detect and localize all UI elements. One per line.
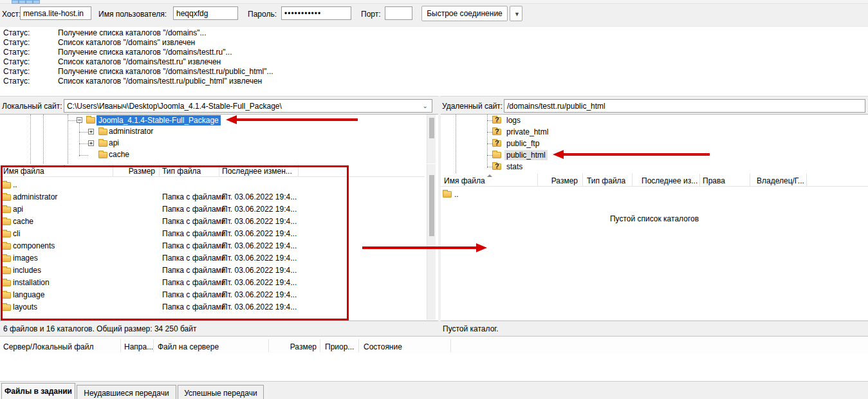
column-divider[interactable] <box>632 174 633 186</box>
file-row[interactable]: componentsПапка с файламиПт. 03.06.2022 … <box>0 240 425 252</box>
file-name: components <box>13 241 55 250</box>
column-divider[interactable] <box>358 339 359 352</box>
remote-status-bar: Пустой каталог. <box>441 320 868 337</box>
tree-item-label[interactable]: Joomla_4.1.4-Stable-Full_Package <box>97 115 221 125</box>
status-label: Статус: <box>3 48 30 57</box>
tree-item-label[interactable]: private_html <box>504 127 550 137</box>
tree-item-label[interactable]: public_ftp <box>504 138 541 149</box>
queue-header-status[interactable]: Состояние <box>364 342 402 351</box>
tree-item-label[interactable]: cache <box>109 150 129 159</box>
column-header-size[interactable]: Размер <box>535 176 578 185</box>
local-list-scrollbar[interactable] <box>427 164 436 320</box>
tab-successful-transfers[interactable]: Успешные передачи <box>178 385 264 399</box>
port-input[interactable] <box>385 6 412 20</box>
status-log-row: Статус:Список каталогов "/domains" извле… <box>0 38 868 48</box>
file-modified: Пт. 03.06.2022 19:4... <box>222 278 297 287</box>
file-modified: Пт. 03.06.2022 19:4... <box>222 241 297 250</box>
status-message: Список каталогов "/domains" извлечен <box>58 38 195 47</box>
file-name: .. <box>13 180 17 189</box>
queue-header-direction[interactable]: Напра... <box>124 342 153 351</box>
empty-directory-message: Пустой список каталогов <box>441 214 868 223</box>
status-label: Статус: <box>3 28 30 37</box>
scrollbar-thumb[interactable] <box>429 118 434 138</box>
column-divider[interactable] <box>582 174 583 186</box>
local-site-combobox[interactable]: C:\Users\Иваныч\Desktop\Joomla_4.1.4-Sta… <box>64 99 432 113</box>
file-name: administrator <box>13 192 57 201</box>
column-header-type[interactable]: Тип файла <box>587 176 625 185</box>
file-row[interactable]: administratorПапка с файламиПт. 03.06.20… <box>0 191 425 203</box>
tree-guide-line <box>79 155 88 156</box>
chevron-down-icon[interactable]: ⌄ <box>423 102 428 109</box>
remote-site-label: Удаленный сайт: <box>442 102 503 111</box>
column-divider[interactable] <box>120 339 121 352</box>
column-header-name[interactable]: Имя файла <box>444 176 485 185</box>
column-header-owner[interactable]: Владелец/Г... <box>757 176 804 185</box>
tab-failed-transfers[interactable]: Неудавшиеся передачи <box>77 385 176 399</box>
file-row[interactable]: imagesПапка с файламиПт. 03.06.2022 19:4… <box>0 252 425 264</box>
local-status-bar: 6 файлов и 16 каталогов. Общий размер: 3… <box>0 320 438 337</box>
quickconnect-button[interactable]: Быстрое соединение <box>421 6 508 21</box>
file-row[interactable]: installationПапка с файламиПт. 03.06.202… <box>0 277 425 289</box>
column-divider[interactable] <box>750 174 750 186</box>
queue-header-priority[interactable]: Приор... <box>325 342 354 351</box>
column-divider[interactable] <box>450 339 451 352</box>
folder-icon <box>2 304 11 311</box>
remote-site-combobox[interactable]: /domains/testt.ru/public_html <box>504 99 865 113</box>
tree-expander[interactable]: − <box>77 117 82 123</box>
tree-guide-line <box>487 120 492 121</box>
tree-item-label[interactable]: public_html <box>504 150 548 160</box>
local-tree-panel: −Joomla_4.1.4-Stable-Full_Package+admini… <box>0 114 438 165</box>
column-divider[interactable] <box>268 339 269 352</box>
column-divider[interactable] <box>153 339 154 352</box>
tree-item-label[interactable]: logs <box>504 115 522 125</box>
tree-guide-line <box>68 120 77 121</box>
column-divider[interactable] <box>699 174 700 186</box>
folder-icon <box>2 243 11 250</box>
tree-item-label[interactable]: administrator <box>109 127 153 136</box>
username-input[interactable] <box>173 6 238 20</box>
file-row[interactable]: layoutsПапка с файламиПт. 03.06.2022 19:… <box>0 301 425 313</box>
transfer-queue: Сервер/Локальный файл Напра... Файл на с… <box>0 336 868 382</box>
file-row[interactable]: apiПапка с файламиПт. 03.06.2022 19:4... <box>0 203 425 216</box>
file-type: Папка с файлами <box>162 278 226 287</box>
column-divider[interactable] <box>806 174 807 186</box>
file-type: Папка с файлами <box>162 205 226 214</box>
local-site-label: Локальный сайт: <box>2 102 62 111</box>
tree-expander[interactable]: + <box>88 140 94 146</box>
queue-header-remotefile[interactable]: Файл на сервере <box>158 342 219 351</box>
tree-item-label[interactable]: stats <box>504 162 524 172</box>
file-modified: Пт. 03.06.2022 19:4... <box>222 290 297 299</box>
chevron-down-icon: ▼ <box>514 11 520 17</box>
local-status-text: 6 файлов и 16 каталогов. Общий размер: 3… <box>3 324 196 333</box>
column-divider[interactable] <box>537 174 538 186</box>
file-modified: Пт. 03.06.2022 19:4... <box>222 266 297 275</box>
file-row[interactable]: includesПапка с файламиПт. 03.06.2022 19… <box>0 264 425 277</box>
status-log: Статус:Получение списка каталогов "/doma… <box>0 27 868 96</box>
column-header-permissions[interactable]: Права <box>703 176 725 185</box>
file-row[interactable]: cliПапка с файламиПт. 03.06.2022 19:4... <box>0 228 425 240</box>
password-input[interactable] <box>281 6 351 20</box>
file-row[interactable]: languageПапка с файламиПт. 03.06.2022 19… <box>0 289 425 301</box>
file-name: includes <box>13 266 41 275</box>
host-input[interactable] <box>20 6 91 20</box>
tree-guide-line <box>43 115 44 163</box>
file-row[interactable]: cacheПапка с файламиПт. 03.06.2022 19:4.… <box>0 216 425 228</box>
local-tree-scrollbar[interactable] <box>427 115 436 163</box>
tab-queued-files[interactable]: Файлы в задании <box>1 383 75 399</box>
folder-icon <box>86 117 95 124</box>
scrollbar-thumb[interactable] <box>429 175 434 236</box>
file-name: cli <box>13 229 20 238</box>
file-row[interactable]: .. <box>441 189 868 201</box>
column-header-modified[interactable]: Последнее из... <box>642 176 697 185</box>
file-row[interactable]: .. <box>0 179 425 191</box>
column-divider[interactable] <box>320 339 320 352</box>
tree-guide-line <box>79 144 88 144</box>
remote-site-path: /domains/testt.ru/public_html <box>507 102 605 111</box>
quickconnect-dropdown-button[interactable]: ▼ <box>510 6 522 21</box>
tree-expander[interactable]: + <box>88 129 94 135</box>
remote-tree-panel: ?logs?private_html?public_ftppublic_html… <box>441 114 868 174</box>
tree-item-label[interactable]: api <box>109 138 119 147</box>
toolbar-icon <box>19 0 26 4</box>
queue-header-localfile[interactable]: Сервер/Локальный файл <box>3 342 93 351</box>
queue-header-size[interactable]: Размер <box>283 342 317 351</box>
